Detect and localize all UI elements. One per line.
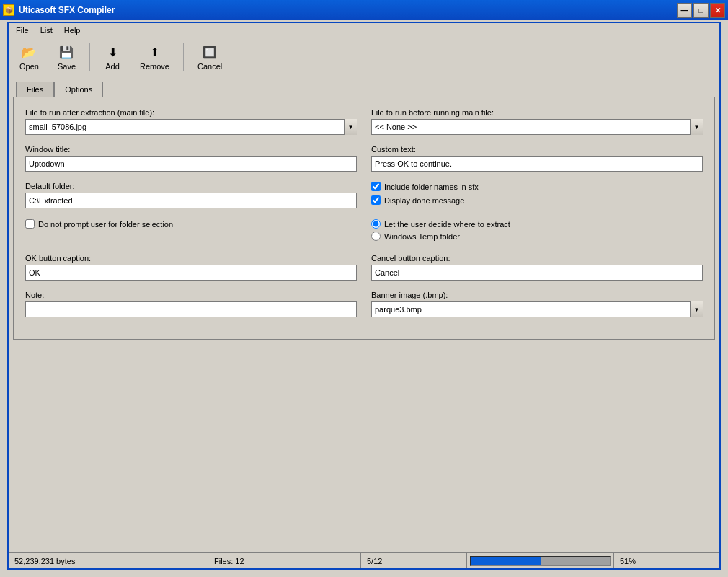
title-bar: 📦 Uticasoft SFX Compiler — □ ✕ (0, 0, 728, 20)
save-button[interactable]: 💾 Save (51, 41, 82, 73)
note-col: Note: (25, 291, 357, 317)
app-window: 📦 Uticasoft SFX Compiler — □ ✕ File List… (0, 0, 728, 577)
windows-temp-radio[interactable] (371, 232, 381, 241)
status-bar: 52,239,231 bytes Files: 12 5/12 51% (9, 552, 719, 568)
main-content: File to run after extraction (main file)… (13, 97, 715, 340)
banner-col: Banner image (.bmp): parque3.bmp ▼ (371, 291, 703, 317)
captions-row: OK button caption: Cancel button caption… (25, 254, 703, 281)
cancel-caption-col: Cancel button caption: (371, 254, 703, 281)
display-done-checkbox[interactable] (371, 195, 381, 205)
title-buttons: — □ ✕ (677, 3, 725, 18)
remove-label: Remove (140, 62, 169, 71)
cancel-caption-label: Cancel button caption: (371, 254, 703, 263)
add-icon: ⬇ (104, 43, 121, 61)
prompt-radio-row: Do not prompt user for folder selection … (25, 219, 703, 244)
inner-window: File List Help 📂 Open 💾 Save ⬇ Add ⬆ Rem… (7, 22, 721, 570)
do-not-prompt-label: Do not prompt user for folder selection (38, 220, 173, 229)
banner-label: Banner image (.bmp): (371, 291, 703, 299)
minimize-button[interactable]: — (677, 3, 692, 18)
display-done-row: Display done message (371, 195, 703, 205)
folder-options-row: Default folder: Include folder names in … (25, 182, 703, 209)
remove-button[interactable]: ⬆ Remove (133, 41, 176, 73)
window-title-col: Window title: (25, 145, 357, 172)
title-bar-left: 📦 Uticasoft SFX Compiler (3, 4, 115, 16)
maximize-button[interactable]: □ (693, 3, 709, 18)
pre-run-col: File to run before running main file: <<… (371, 108, 703, 135)
app-icon: 📦 (3, 4, 14, 16)
default-folder-col: Default folder: (25, 182, 357, 209)
status-files: Files: 12 (208, 553, 361, 568)
toolbar-separator-2 (183, 43, 184, 71)
windows-temp-row: Windows Temp folder (371, 232, 703, 241)
display-done-checkbox-label: Display done message (384, 196, 464, 205)
do-not-prompt-row: Do not prompt user for folder selection (25, 219, 357, 229)
save-label: Save (58, 62, 76, 71)
remove-icon: ⬆ (146, 43, 163, 61)
ok-caption-label: OK button caption: (25, 254, 357, 263)
let-user-decide-radio[interactable] (371, 219, 381, 229)
note-banner-row: Note: Banner image (.bmp): parque3.bmp ▼ (25, 291, 703, 317)
cancel-button[interactable]: 🔲 Cancel (191, 41, 228, 73)
window-title: Uticasoft SFX Compiler (19, 5, 115, 15)
add-button[interactable]: ⬇ Add (97, 41, 128, 73)
main-file-select-wrapper: small_57086.jpg ▼ (25, 119, 357, 135)
default-folder-input[interactable] (25, 193, 357, 208)
title-text-row: Window title: Custom text: (25, 145, 703, 172)
include-folder-checkbox-label: Include folder names in sfx (384, 182, 479, 191)
let-user-decide-label: Let the user decide where to extract (384, 220, 510, 229)
ok-caption-input[interactable] (25, 265, 357, 281)
pre-run-select-wrapper: << None >> ▼ (371, 119, 703, 135)
custom-text-input[interactable] (371, 156, 703, 172)
radio-col: Let the user decide where to extract Win… (371, 219, 703, 244)
toolbar: 📂 Open 💾 Save ⬇ Add ⬆ Remove 🔲 Cancel (9, 38, 719, 76)
status-percent: 51% (614, 553, 719, 568)
menu-bar: File List Help (9, 23, 719, 38)
menu-help[interactable]: Help (60, 25, 85, 36)
open-label: Open (19, 62, 39, 71)
banner-select[interactable]: parque3.bmp (371, 301, 703, 317)
window-title-label: Window title: (25, 145, 357, 154)
window-title-input[interactable] (25, 156, 357, 172)
tab-options[interactable]: Options (54, 82, 103, 97)
custom-text-label: Custom text: (371, 145, 703, 154)
do-not-prompt-checkbox[interactable] (25, 219, 35, 229)
cancel-caption-input[interactable] (371, 265, 703, 281)
cancel-label: Cancel (197, 62, 222, 71)
open-button[interactable]: 📂 Open (13, 41, 45, 73)
add-label: Add (105, 62, 120, 71)
windows-temp-label: Windows Temp folder (384, 232, 460, 241)
file-row: File to run after extraction (main file)… (25, 108, 703, 135)
menu-list[interactable]: List (36, 25, 57, 36)
main-file-col: File to run after extraction (main file)… (25, 108, 357, 135)
cancel-icon: 🔲 (201, 43, 218, 61)
pre-run-label: File to run before running main file: (371, 108, 703, 117)
pre-run-select[interactable]: << None >> (371, 119, 703, 135)
close-button[interactable]: ✕ (710, 3, 725, 18)
save-icon: 💾 (58, 43, 75, 61)
include-folder-row: Include folder names in sfx (371, 182, 703, 191)
default-folder-label: Default folder: (25, 182, 357, 190)
main-file-select[interactable]: small_57086.jpg (25, 119, 357, 135)
do-not-prompt-col: Do not prompt user for folder selection (25, 219, 357, 244)
main-file-label: File to run after extraction (main file)… (25, 108, 357, 117)
custom-text-col: Custom text: (371, 145, 703, 172)
menu-file[interactable]: File (12, 25, 33, 36)
ok-caption-col: OK button caption: (25, 254, 357, 281)
banner-select-wrapper: parque3.bmp ▼ (371, 301, 703, 317)
include-folder-checkbox[interactable] (371, 182, 381, 191)
let-user-decide-row: Let the user decide where to extract (371, 219, 703, 229)
progress-bar-fill (471, 557, 541, 565)
toolbar-separator-1 (89, 43, 90, 71)
status-bytes: 52,239,231 bytes (9, 553, 208, 568)
status-position: 5/12 (361, 553, 467, 568)
open-icon: 📂 (20, 43, 37, 61)
tab-files[interactable]: Files (16, 82, 54, 97)
checkboxes-col: Include folder names in sfx Display done… (371, 182, 703, 209)
note-input[interactable] (25, 301, 357, 317)
progress-bar-bg (470, 556, 611, 566)
status-progress (467, 553, 614, 568)
tab-bar: Files Options (9, 76, 719, 97)
note-label: Note: (25, 291, 357, 299)
